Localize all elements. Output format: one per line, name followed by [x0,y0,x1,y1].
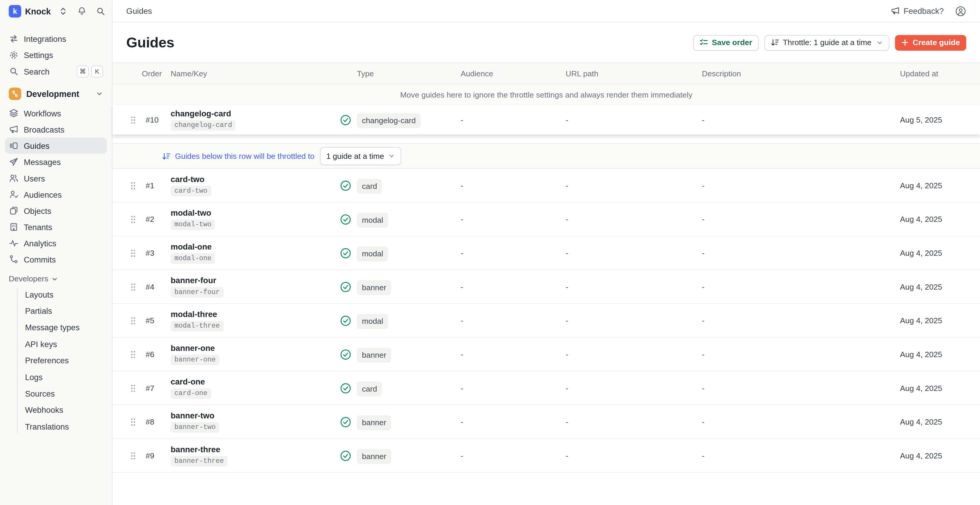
environment-switcher[interactable]: Development [5,85,107,102]
sidebar-item-integrations[interactable]: Integrations [5,31,107,47]
sidebar-item-settings[interactable]: Settings [5,47,107,63]
pulse-icon [9,238,19,249]
status-active-icon [334,179,357,191]
sidebar-item-sources[interactable]: Sources [25,386,107,402]
guide-key-badge: changelog-card [170,120,236,131]
updated-at-cell: Aug 4, 2025 [900,417,980,426]
guide-name-link[interactable]: changelog-card [170,109,231,118]
guide-name-link[interactable]: banner-four [170,276,216,285]
throttle-divider-link[interactable]: Guides below this row will be throttled … [162,152,315,161]
main-area: Guides Feedback? Guides Save order [113,0,980,505]
type-badge: modal [357,246,388,261]
unthrottled-dropzone: Move guides here to ignore the throttle … [113,84,980,139]
sidebar-item-logs[interactable]: Logs [25,369,107,386]
sidebar-item-translations[interactable]: Translations [25,418,107,435]
swap-arrows-icon [9,34,19,44]
sidebar-item-broadcasts[interactable]: Broadcasts [5,121,107,138]
create-guide-button[interactable]: Create guide [895,35,966,50]
guide-name-link[interactable]: card-one [170,377,205,387]
sidebar-item-preferences[interactable]: Preferences [25,352,107,369]
guide-key-badge: card-one [170,388,211,399]
url-path-cell: - [566,115,702,124]
guide-name-link[interactable]: modal-two [170,208,211,218]
drag-handle[interactable] [127,315,139,326]
url-path-cell: - [566,417,702,426]
sidebar-item-commits[interactable]: Commits [5,251,107,268]
throttle-divider-row: Guides below this row will be throttled … [113,143,980,169]
save-order-button[interactable]: Save order [693,35,759,50]
status-active-icon [334,213,357,225]
row-order: #1 [139,181,170,190]
save-order-label: Save order [712,38,752,47]
table-row: #7 card-onecard-one card - - - Aug 4, 20… [113,371,980,405]
developers-section-toggle[interactable]: Developers [5,271,107,287]
guide-name-link[interactable]: banner-three [170,444,220,454]
audience-cell: - [461,350,566,359]
guide-name-link[interactable]: banner-one [170,343,215,353]
drag-handle[interactable] [127,383,139,393]
guide-name-link[interactable]: card-two [170,174,204,184]
guide-name-link[interactable]: modal-three [170,310,217,319]
drag-handle[interactable] [127,417,139,427]
sidebar-item-guides[interactable]: Guides [5,138,107,154]
row-order: #8 [139,417,170,426]
audience-cell: - [461,451,566,460]
sidebar-item-api-keys[interactable]: API keys [25,336,107,352]
sidebar-item-objects[interactable]: Objects [5,203,107,219]
guide-key-badge: modal-three [170,321,223,331]
sort-descending-icon [162,152,171,161]
sidebar-item-workflows[interactable]: Workflows [5,105,107,121]
type-badge: card [357,381,382,396]
sidebar-item-webhooks[interactable]: Webhooks [25,402,107,418]
sidebar-item-tenants[interactable]: Tenants [5,219,107,235]
drag-handle[interactable] [127,451,139,460]
drag-handle[interactable] [127,214,139,224]
type-badge: modal [357,314,388,328]
status-active-icon [334,348,357,360]
drag-handle[interactable] [127,115,139,124]
sidebar-item-layouts[interactable]: Layouts [25,287,107,303]
sidebar-nav: Integrations Settings Search ⌘ K Develop… [0,22,112,435]
sidebar-item-partials[interactable]: Partials [25,303,107,319]
description-cell: - [702,350,900,359]
description-cell: - [702,417,900,426]
description-cell: - [702,316,900,325]
throttle-value-select[interactable]: 1 guide at a time [320,147,402,165]
url-path-cell: - [566,451,702,460]
sidebar-item-users[interactable]: Users [5,170,107,186]
row-order: #9 [139,451,170,460]
updated-at-cell: Aug 4, 2025 [900,350,980,359]
audience-cell: - [461,215,566,224]
feedback-button[interactable]: Feedback? [891,6,944,16]
throttle-dropdown-button[interactable]: Throttle: 1 guide at a time [764,35,889,50]
status-active-icon [334,113,357,126]
sidebar-item-messages[interactable]: Messages [5,154,107,170]
sidebar-item-audiences[interactable]: Audiences [5,186,107,202]
type-badge: banner [357,347,391,362]
table-row: #2 modal-twomodal-two modal - - - Aug 4,… [113,203,980,237]
drag-handle[interactable] [127,282,139,292]
description-cell: - [702,451,900,460]
sidebar-item-search[interactable]: Search ⌘ K [5,63,107,79]
search-shortcut: ⌘ K [77,65,103,77]
workspace-switcher-icon[interactable] [58,6,68,16]
guide-name-link[interactable]: modal-one [170,242,212,251]
drag-handle[interactable] [127,180,139,190]
sidebar-item-analytics[interactable]: Analytics [5,235,107,251]
sort-descending-icon [770,38,779,47]
sidebar-item-message-types[interactable]: Message types [25,319,107,336]
search-icon[interactable] [96,6,106,16]
account-avatar-icon[interactable] [955,5,966,16]
drag-handle[interactable] [127,248,139,258]
row-order: #5 [139,316,170,325]
sidebar-item-label: Messages [24,157,61,167]
drag-handle[interactable] [127,349,139,359]
updated-at-cell: Aug 4, 2025 [900,451,980,460]
sidebar-item-label: Logs [25,373,43,382]
guide-name-link[interactable]: banner-two [170,411,215,420]
updated-at-cell: Aug 5, 2025 [900,115,980,124]
notifications-bell-icon[interactable] [77,6,87,16]
url-path-cell: - [566,181,702,190]
sidebar-item-label: Broadcasts [24,124,65,134]
table-row: #4 banner-fourbanner-four banner - - - A… [113,270,980,304]
